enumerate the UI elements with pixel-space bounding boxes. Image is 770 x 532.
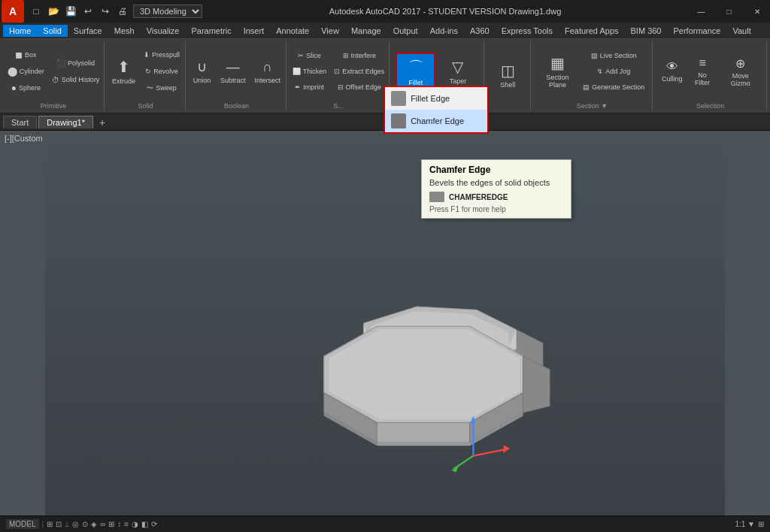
close-button[interactable]: ✕ <box>744 4 770 19</box>
menu-a360[interactable]: A360 <box>464 25 496 37</box>
solid-items: ⬆ Extrude ⬇ Presspull ↻ <box>108 42 183 101</box>
nofilter-button[interactable]: ≡ No Filter <box>687 49 717 94</box>
solidedit-group-label: S... <box>333 102 344 110</box>
redo-button[interactable]: ↪ <box>98 4 113 19</box>
menu-express[interactable]: Express Tools <box>496 25 559 37</box>
presspull-button[interactable]: ⬇ Presspull <box>141 47 183 62</box>
menu-parametric[interactable]: Parametric <box>185 25 237 37</box>
statusbar-ortho[interactable]: ⟂ <box>65 520 69 528</box>
menu-manage[interactable]: Manage <box>345 25 387 37</box>
menu-vault[interactable]: Vault <box>726 25 756 37</box>
dropdown-filletedge-label: Fillet Edge <box>411 94 450 103</box>
statusbar-transparency[interactable]: ◑ <box>132 520 138 528</box>
polysolid-button[interactable]: ⬛ Polysolid <box>49 56 103 71</box>
menu-surface[interactable]: Surface <box>68 25 108 37</box>
sphere-button[interactable]: ● Sphere <box>5 80 47 95</box>
statusbar-grid[interactable]: ⊞ <box>47 520 53 528</box>
menu-annotate[interactable]: Annotate <box>270 25 315 37</box>
menu-visualize[interactable]: Visualize <box>141 25 186 37</box>
statusbar-snap[interactable]: ⊡ <box>56 520 62 528</box>
thicken-icon: ⬜ <box>293 68 301 75</box>
extractedges-button[interactable]: ⊡ Extract Edges <box>331 64 387 79</box>
imprint-button[interactable]: ✒ Imprint <box>290 80 330 95</box>
selection-group-label: Selection <box>696 102 724 110</box>
menu-addins[interactable]: Add-ins <box>424 25 464 37</box>
status-bar: MODEL | ⊞ ⊡ ⟂ ◎ ⊙ ◈ ∞ ⊞ ↕ ≡ ◑ ◧ ⟳ 1:1 ▼ … <box>0 515 770 532</box>
cylinder-button[interactable]: ⬤ Cylinder <box>5 64 47 79</box>
tab-drawing1[interactable]: Drawing1* <box>38 116 93 128</box>
movegizmo-button[interactable]: ⊕ Move Gizmo <box>720 49 762 94</box>
dropdown-filletedge-icon <box>391 91 406 106</box>
statusbar-osnap[interactable]: ⊙ <box>82 520 88 528</box>
dropdown-filletedge[interactable]: Fillet Edge <box>385 87 487 110</box>
tooltip-command: CHAMFEREDGE <box>429 192 563 202</box>
sweep-button[interactable]: 〜 Sweep <box>141 80 183 95</box>
statusbar-model[interactable]: MODEL <box>6 519 39 529</box>
livesection-button[interactable]: ▧ Live Section <box>580 48 647 63</box>
extractedges-label: Extract Edges <box>342 68 384 75</box>
intersect-icon: ∩ <box>262 59 272 75</box>
extrude-button[interactable]: ⬆ Extrude <box>108 49 139 94</box>
statusbar-selcycle[interactable]: ⟳ <box>151 520 157 528</box>
addjog-label: Add Jog <box>605 68 630 75</box>
fillet-dropdown: Fillet Edge Chamfer Edge <box>383 86 489 134</box>
ribbon-group-solidedit: ✂ Slice ⬜ Thicken ✒ <box>288 41 390 111</box>
dropdown-chamferedge[interactable]: Chamfer Edge <box>385 110 487 132</box>
menu-solid[interactable]: Solid <box>37 25 67 37</box>
top-bar: A □ 📂 💾 ↩ ↪ 🖨 3D Modeling Autodesk AutoC… <box>0 0 770 23</box>
tab-add[interactable]: + <box>95 116 110 128</box>
intersect-button[interactable]: ∩ Intersect <box>250 49 284 94</box>
generatesection-button[interactable]: ▤ Generate Section <box>580 80 647 95</box>
tooltip-title: Chamfer Edge <box>429 165 563 175</box>
union-button[interactable]: ∪ Union <box>189 49 215 94</box>
slice-button[interactable]: ✂ Slice <box>290 48 330 63</box>
statusbar-dynucs[interactable]: ⊞ <box>108 520 114 528</box>
subtract-button[interactable]: — Subtract <box>217 49 250 94</box>
menu-mesh[interactable]: Mesh <box>108 25 141 37</box>
open-button[interactable]: 📂 <box>46 4 61 19</box>
statusbar-polar[interactable]: ◎ <box>72 520 79 528</box>
minimize-button[interactable]: — <box>688 4 714 19</box>
interfere-button[interactable]: ⊞ Interfere <box>331 48 387 63</box>
addjog-button[interactable]: ↯ Add Jog <box>580 64 647 79</box>
menu-featured[interactable]: Featured Apps <box>559 25 625 37</box>
revolve-button[interactable]: ↻ Revolve <box>141 64 183 79</box>
thicken-button[interactable]: ⬜ Thicken <box>290 64 330 79</box>
statusbar-otrack[interactable]: ∞ <box>100 520 105 528</box>
sectionplane-button[interactable]: ▦ Section Plane <box>537 49 579 94</box>
solidhistory-button[interactable]: ⏱ Solid History <box>49 72 103 87</box>
menu-view[interactable]: View <box>315 25 345 37</box>
fillet-dropdown-container: Fillet Edge Chamfer Edge <box>383 86 489 134</box>
menu-output[interactable]: Output <box>387 25 424 37</box>
tab-start[interactable]: Start <box>3 116 37 128</box>
culling-button[interactable]: 👁 Culling <box>659 49 685 94</box>
statusbar-lineweight[interactable]: ≡ <box>124 520 129 528</box>
statusbar-3dosnap[interactable]: ◈ <box>91 520 97 528</box>
menu-home[interactable]: Home <box>3 25 37 37</box>
save-button[interactable]: 💾 <box>63 4 78 19</box>
statusbar-dyninput[interactable]: ↕ <box>117 520 121 528</box>
workspace-selector[interactable]: 3D Modeling <box>133 5 202 18</box>
statusbar-quickprop[interactable]: ◧ <box>141 520 148 528</box>
menu-insert[interactable]: Insert <box>238 25 271 37</box>
addjog-icon: ↯ <box>597 68 603 75</box>
menu-bim360[interactable]: BIM 360 <box>625 25 668 37</box>
undo-button[interactable]: ↩ <box>80 4 95 19</box>
box-label: Box <box>25 51 37 59</box>
menu-performance[interactable]: Performance <box>667 25 726 37</box>
shell-label: Shell <box>500 81 515 89</box>
new-button[interactable]: □ <box>29 4 44 19</box>
ribbon-group-shell: ◫ Shell <box>486 41 531 111</box>
imprint-icon: ✒ <box>295 83 301 91</box>
maximize-button[interactable]: □ <box>716 4 742 19</box>
plot-button[interactable]: 🖨 <box>115 4 130 19</box>
statusbar-viewport[interactable]: ⊞ <box>758 520 764 528</box>
statusbar-annotationscale[interactable]: 1:1 ▼ <box>735 520 755 528</box>
generatesection-icon: ▤ <box>583 83 590 91</box>
shell-button[interactable]: ◫ Shell <box>493 53 523 98</box>
extrude-label: Extrude <box>112 77 135 85</box>
offsetedge-button[interactable]: ⊟ Offset Edge <box>331 80 387 95</box>
box-button[interactable]: ◼ Box <box>5 47 47 62</box>
intersect-label: Intersect <box>254 77 280 84</box>
app-logo[interactable]: A <box>2 0 24 23</box>
